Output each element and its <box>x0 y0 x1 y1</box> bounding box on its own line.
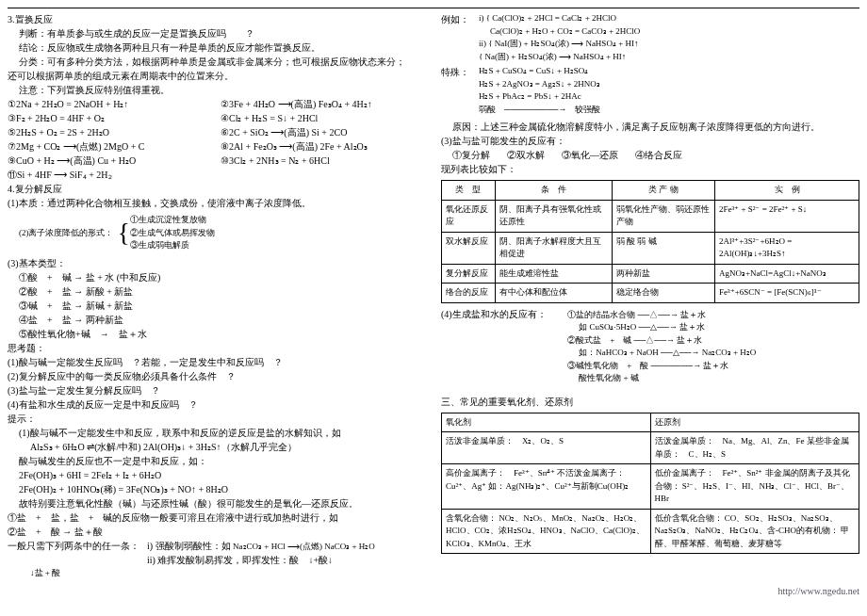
sub1: ①盐 + 盐，盐 + 碱的反应物一般要可溶且在溶液中进行或加热时进行，如 <box>8 511 426 525</box>
reason: 原因：上述三种金属硫化物溶解度特小，满足离子反应朝离子浓度降得更低的方向进行。 <box>452 120 859 134</box>
q: (3)盐与盐一定发生复分解反应吗 ？ <box>8 383 426 397</box>
s4r: (4)生成盐和水的反应有： <box>441 307 547 321</box>
basic-type: ③碱 + 盐 → 新碱 + 新盐 <box>19 299 426 313</box>
th-ex: 实 例 <box>715 181 859 201</box>
cell: 弱 酸 弱 碱 <box>612 232 714 264</box>
reaction-grid: ①2Na + 2H₂O = 2NaOH + H₂↑ ②3Fe + 4H₂O ⟶(… <box>8 97 426 182</box>
rx: ③F₂ + 2H₂O = 4HF + O₂ <box>8 111 213 125</box>
cell: 活泼非金属单质： X₂、O₂、S <box>442 432 651 464</box>
q: (4)有盐和水生成的反应一定是中和反应吗 ？ <box>8 397 426 412</box>
cell: AgNO₃+NaCl=AgCl↓+NaNO₃ <box>715 264 859 284</box>
sp-arrow: 弱酸 ─────────→ 较强酸 <box>479 104 600 117</box>
rx: ⑪Si + 4HF ⟶ SiF₄ + 2H₂ <box>8 168 213 182</box>
cell: 两种新盐 <box>612 264 714 284</box>
sub-eq: ↓盐 + 酸 <box>30 567 426 580</box>
cell: 2Fe³⁺ + S²⁻ = 2Fe²⁺ + S↓ <box>715 200 859 232</box>
rx: ⑨CuO + H₂ ⟶(高温) Cu + H₂O <box>8 154 213 168</box>
s4-1: (1)本质：通过两种化合物相互接触，交换成份，使溶液中离子浓度降低。 <box>8 196 426 210</box>
bracket-label: (2)离子浓度降低的形式： <box>19 227 118 240</box>
table-row: 氧化还原反应 阴、阳离子具有强氧化性或还原性 弱氧化性产物、弱还原性产物 2Fe… <box>442 200 859 232</box>
tab-d: ④络合反应 <box>635 148 682 162</box>
basic-type: ⑤酸性氧化物+碱 → 盐＋水 <box>19 327 426 341</box>
table-row: 含氧化合物： NO₂、N₂O₅、MnO₂、Na₂O₂、H₂O₂、HClO、CO₂… <box>442 509 859 554</box>
rx: ⑦2Mg + CO₂ ⟶(点燃) 2MgO + C <box>8 139 213 154</box>
sec3-title: 3.置换反应 <box>8 12 426 26</box>
basic-type: ④盐 + 盐 → 两种新盐 <box>19 313 426 327</box>
cell: 有中心体和配位体 <box>495 284 612 303</box>
cell: 氧化还原反应 <box>442 200 496 232</box>
conclusion: 结论：反应物或生成物各两种且只有一种是单质的反应才能作置换反应。 <box>19 41 426 55</box>
judge: 判断：有单质参与或生成的反应一定是置换反应吗 ？ <box>19 26 426 41</box>
sub3a-eq: Na₂CO₃ + HCl ⟶(点燃) NaCO₃ + H₂O <box>233 542 375 551</box>
hint-title: 提示： <box>8 412 426 426</box>
special-label: 特殊： <box>441 65 479 116</box>
table-row: 双水解反应 阴、阳离子水解程度大且互相促进 弱 酸 弱 碱 2Al³⁺+3S²⁻… <box>442 232 859 264</box>
rx: ①2Na + 2H₂O = 2NaOH + H₂↑ <box>8 97 213 111</box>
compare-label: 现列表比较如下： <box>441 162 859 176</box>
hint2c: 故特别要注意氧化性酸（碱）与还原性碱（酸）很可能发生的是氧化—还原反应。 <box>19 496 426 511</box>
sub2: ②盐 + 酸 → 盐＋酸 <box>8 525 426 539</box>
bracket-item: ③生成弱电解质 <box>130 239 215 252</box>
table-row: 类 型 条 件 类 产 物 实 例 <box>442 181 859 201</box>
cell: 含氧化合物： NO₂、N₂O₅、MnO₂、Na₂O₂、H₂O₂、HClO、CO₂… <box>442 509 651 554</box>
ex-line: Ca(ClO)₂ + H₂O + CO₂ = CaCO₃ + 2HClO <box>490 25 640 39</box>
cell: 能生成难溶性盐 <box>495 264 612 284</box>
cell: 阴、阳离子水解程度大且互相促进 <box>495 232 612 264</box>
rx: ⑥2C + SiO₂ ⟶(高温) Si + 2CO <box>221 125 426 139</box>
rx: ⑧2Al + Fe₂O₃ ⟶(高温) 2Fe + Al₂O₃ <box>221 139 426 154</box>
gen-line: 酸性氧化物 + 碱 <box>579 372 756 385</box>
classify: 分类：可有多种分类方法，如根据两种单质是金属或非金属来分；也可根据反应物状态来分… <box>19 55 426 69</box>
ex-line: ii) { NaI(固) + H₂SO₄(浓) ⟶ NaHSO₄ + HI↑ <box>479 38 640 51</box>
hint1-eq: Al₂S₃ + 6H₂O ⇌(水解/中和) 2Al(OH)₃↓ + 3H₂S↑（… <box>30 440 426 454</box>
tab-c: ③氧化—还原 <box>562 148 618 162</box>
ex-line: i) { Ca(ClO)₂ + 2HCl = CaCl₂ + 2HClO <box>479 12 640 25</box>
example-label: 例如： <box>441 12 479 63</box>
sec4-title: 4.复分解反应 <box>8 182 426 196</box>
section3-title: 三、常见的重要氧化剂、还原剂 <box>441 395 859 409</box>
cell: 双水解反应 <box>442 232 496 264</box>
compare-table: 类 型 条 件 类 产 物 实 例 氧化还原反应 阴、阳离子具有强氧化性或还原性… <box>441 180 859 303</box>
gen-line: 如 CuSO₄·5H₂O ──△──→ 盐＋水 <box>579 321 756 334</box>
sub3a: i) 强酸制弱酸性：如 <box>147 541 231 551</box>
sub3b: ii) 难挥发酸制易挥发，即挥发性：酸 ↓+酸↓ <box>147 553 375 567</box>
classify2: 还可以根据两单质的组成元素在周期表中的位置来分。 <box>8 69 426 83</box>
cell: 复分解反应 <box>442 264 496 284</box>
table-row: 络合的反应 有中心体和配位体 稳定络合物 Fe³⁺+6SCN⁻ = [Fe(SC… <box>442 284 859 303</box>
rx: ⑤2H₂S + O₂ = 2S + 2H₂O <box>8 125 213 139</box>
bracket-item: ②生成气体或易挥发物 <box>130 227 215 240</box>
basic-type: ①酸 + 碱 → 盐 + 水 (中和反应) <box>19 270 426 284</box>
cell: 阴、阳离子具有强氧化性或还原性 <box>495 200 612 232</box>
cell: 高价金属离子： Fe³⁺、Sn⁴⁺ 不活泼金属离子： Cu²⁺、Ag⁺ 如：Ag… <box>442 464 651 510</box>
cell: 活泼金属单质： Na、Mg、Al、Zn、Fe 某些非金属单质： C、H₂、S <box>650 432 859 464</box>
table-row: 高价金属离子： Fe³⁺、Sn⁴⁺ 不活泼金属离子： Cu²⁺、Ag⁺ 如：Ag… <box>442 464 859 510</box>
tab-a: ①复分解 <box>452 148 490 162</box>
cell: 弱氧化性产物、弱还原性产物 <box>612 200 714 232</box>
hint2: 酸与碱发生的反应也不一定是中和反应，如： <box>19 454 426 468</box>
hint2a: 2Fe(OH)₃ + 6HI = 2FeI₂ + I₂ + 6H₂O <box>19 468 426 482</box>
ex-line: { Na(固) + H₂SO₄(浓) ⟶ NaHSO₄ + HI↑ <box>479 51 640 64</box>
note: 注意：下列置换反应特别值得重视。 <box>19 83 426 97</box>
sp-line: H₂S + CuSO₄ = CuS↓ + H₂SO₄ <box>479 65 600 78</box>
th-reducer: 还原剂 <box>650 413 859 432</box>
sub3-label: 一般只需下列两条中的任一条： <box>8 539 139 568</box>
rx: ④Cl₂ + H₂S = S↓ + 2HCl <box>221 111 426 125</box>
gen-line: 如：NaHCO₃ + NaOH ──△──→ Na₂CO₃ + H₂O <box>579 347 756 360</box>
s3r: (3)盐与盐可能发生的反应有： <box>441 134 859 148</box>
q: (1)酸与碱一定能发生反应吗 ？若能，一定是发生中和反应吗 ？ <box>8 355 426 369</box>
gen-line: ①盐的结晶水合物 ──△──→ 盐＋水 <box>567 309 756 322</box>
th-type: 类 型 <box>442 181 496 201</box>
th-oxidizer: 氧化剂 <box>442 413 651 432</box>
s4-3: (3)基本类型： <box>8 256 426 270</box>
redox-table: 氧化剂 还原剂 活泼非金属单质： X₂、O₂、S 活泼金属单质： Na、Mg、A… <box>441 413 859 555</box>
tab-b: ②双水解 <box>507 148 545 162</box>
basic-type: ②酸 + 盐 → 新酸 + 新盐 <box>19 284 426 299</box>
th-prod: 类 产 物 <box>612 181 714 201</box>
left-column: 3.置换反应 判断：有单质参与或生成的反应一定是置换反应吗 ？ 结论：反应物或生… <box>8 12 426 580</box>
table-row: 氧化剂 还原剂 <box>442 413 859 432</box>
bracket-item: ①生成沉淀性复放物 <box>130 214 215 227</box>
sp-line: H₂S + 2AgNO₃ = Ag₂S↓ + 2HNO₃ <box>479 78 600 91</box>
bracket-block: (2)离子浓度降低的形式： { ①生成沉淀性复放物 ②生成气体或易挥发物 ③生成… <box>19 214 426 252</box>
hint1: (1)酸与碱不一定能发生中和反应，联系中和反应的逆反应是盐的水解知识，如 <box>19 426 426 440</box>
table-row: 活泼非金属单质： X₂、O₂、S 活泼金属单质： Na、Mg、Al、Zn、Fe … <box>442 432 859 464</box>
footer-url: http://www.ngedu.net <box>8 584 859 598</box>
